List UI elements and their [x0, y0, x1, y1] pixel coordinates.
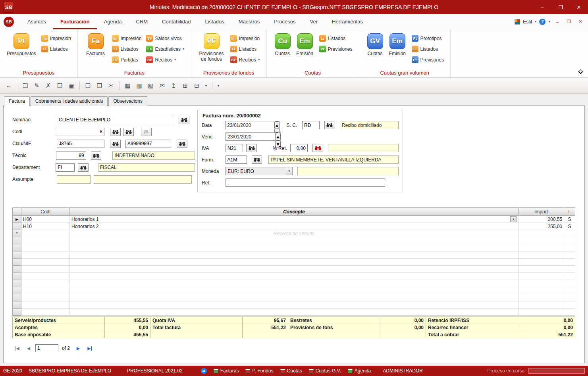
- facturas-listados-button[interactable]: Li Listados: [112, 46, 142, 52]
- menu-tab-listados[interactable]: Listados: [198, 14, 231, 29]
- facturas-impresion-button[interactable]: Im Impresión: [112, 35, 142, 42]
- gv-cuotas-button[interactable]: GV Cuotas: [364, 33, 386, 57]
- tecnic-input[interactable]: [56, 152, 86, 160]
- data-datefield[interactable]: 23/01/2020 ▴ ▾: [225, 121, 280, 129]
- presupuestos-listados-button[interactable]: Li Listados: [41, 46, 71, 52]
- provisiones-button[interactable]: PF Provisiones de fondos: [196, 33, 227, 62]
- iva-lookup-button[interactable]: [246, 144, 257, 152]
- cuotas-emision-button[interactable]: Em Emisión: [294, 33, 316, 57]
- cell-concepte[interactable]: Honorarios 1 ▾: [70, 216, 519, 223]
- cuotas-previsiones-button[interactable]: Pr Previsiones: [319, 46, 353, 52]
- departament-lookup-button[interactable]: [78, 163, 88, 172]
- minimize-button[interactable]: –: [533, 0, 551, 14]
- app-menu-logo[interactable]: SB: [4, 17, 14, 27]
- nom-input[interactable]: [57, 116, 173, 124]
- clau-lookup-button[interactable]: [110, 140, 121, 148]
- nif-lookup-button[interactable]: [177, 140, 187, 148]
- provisiones-impresion-button[interactable]: Im Impresión: [230, 35, 260, 42]
- cell-i[interactable]: S: [564, 223, 575, 230]
- first-record-button[interactable]: ◀: [12, 344, 22, 352]
- cell-concepte[interactable]: Recerca de vendes: [70, 230, 519, 237]
- window-grid-button[interactable]: ⊞: [180, 80, 191, 91]
- gv-listados-button[interactable]: Li Listados: [412, 46, 444, 52]
- open-button[interactable]: ❐: [54, 80, 65, 91]
- prototipos-button[interactable]: Pt Prototipos: [412, 35, 444, 42]
- cuotas-button[interactable]: Cu Cuotas: [272, 33, 294, 57]
- column-header-import[interactable]: Import: [519, 208, 564, 216]
- menu-tab-herramientas[interactable]: Herramientas: [325, 14, 370, 29]
- tab-cobraments[interactable]: Cobraments i dades addicionals: [31, 96, 108, 106]
- menu-tab-maestros[interactable]: Maestros: [231, 14, 267, 29]
- codi-lookup-button[interactable]: [110, 128, 121, 136]
- mdi-close-button[interactable]: ✕: [576, 17, 585, 26]
- column-header-i[interactable]: I.: [564, 208, 575, 216]
- window-new-button[interactable]: ⊟: [191, 80, 202, 91]
- facturas-partidas-button[interactable]: Pa Partidas: [112, 56, 142, 63]
- mdi-restore-button[interactable]: ❐: [565, 17, 573, 26]
- sc-input[interactable]: [302, 121, 320, 129]
- recibos-button[interactable]: Re Recibos ▾: [146, 56, 184, 63]
- saldos-vivos-button[interactable]: SV Saldos vivos: [146, 35, 184, 42]
- status-module-p-fondos[interactable]: P. Fondos: [245, 368, 273, 374]
- concepte-dropdown-button[interactable]: ▾: [510, 216, 517, 222]
- cell-import[interactable]: 200,55: [519, 216, 564, 223]
- tab-observacions[interactable]: Observacions: [108, 96, 147, 106]
- view-caret-button[interactable]: ▾: [203, 80, 209, 91]
- help-caret-icon[interactable]: ▾: [548, 20, 550, 23]
- menu-tab-contabilidad[interactable]: Contabilidad: [155, 14, 198, 29]
- form-input[interactable]: [226, 155, 247, 164]
- column-header-codi[interactable]: Codi: [21, 208, 70, 216]
- menu-tab-facturacion[interactable]: Facturación: [53, 14, 97, 29]
- codi-input[interactable]: [57, 128, 104, 136]
- gv-previsones-button[interactable]: Pr Previsones: [412, 56, 444, 63]
- nif-input[interactable]: [125, 140, 171, 148]
- nom-lookup-button[interactable]: [179, 116, 189, 124]
- sc-lookup-button[interactable]: [324, 121, 335, 129]
- toolbar-overflow-button[interactable]: ▾: [215, 80, 222, 91]
- presupuestos-button[interactable]: Pt Presupuestos: [5, 33, 38, 57]
- print-export-button[interactable]: ▥: [134, 80, 145, 91]
- cell-i[interactable]: S: [564, 216, 575, 223]
- last-record-button[interactable]: ▶: [85, 344, 94, 352]
- spinner-up-icon[interactable]: ▴: [275, 133, 281, 140]
- cell-import[interactable]: 255,00: [519, 223, 564, 230]
- close-button[interactable]: ✕: [570, 0, 588, 14]
- edit-button[interactable]: ✎: [31, 80, 42, 91]
- ribbon-collapse-chevron-icon[interactable]: [578, 69, 583, 74]
- provisiones-listados-button[interactable]: Li Listados: [230, 46, 260, 52]
- new-record-button[interactable]: ❏: [20, 80, 31, 91]
- status-module-cuotas-gv[interactable]: Cuotas G.V.: [309, 368, 341, 374]
- save-button[interactable]: ▣: [66, 80, 77, 91]
- mdi-minimize-button[interactable]: –: [553, 17, 562, 26]
- gv-emision-button[interactable]: Em Emisión: [386, 33, 409, 57]
- ret-lookup-button[interactable]: [312, 144, 323, 152]
- spinner-up-icon[interactable]: ▴: [274, 121, 280, 129]
- ref-input[interactable]: [226, 178, 385, 187]
- presupuestos-impresion-button[interactable]: Im Impresión: [41, 35, 71, 42]
- estil-caret-icon[interactable]: ▾: [535, 20, 537, 23]
- provisiones-recibos-button[interactable]: Re Recibos ▾: [230, 56, 260, 63]
- previous-record-button[interactable]: ◀: [24, 344, 33, 352]
- form-lookup-button[interactable]: [252, 155, 262, 164]
- estil-label[interactable]: Estil: [523, 19, 532, 25]
- copy-button[interactable]: ❑: [83, 80, 93, 91]
- delete-button[interactable]: ✗: [43, 80, 54, 91]
- tecnic-lookup-button[interactable]: [91, 152, 101, 160]
- column-header-concepte[interactable]: Concepte: [70, 208, 519, 216]
- codi-lookup2-button[interactable]: [123, 128, 134, 136]
- cell-codi[interactable]: [21, 230, 70, 237]
- clau-input[interactable]: [57, 140, 104, 148]
- back-button[interactable]: ←: [3, 80, 14, 91]
- departament-input[interactable]: [56, 163, 75, 172]
- ret-input[interactable]: [290, 144, 308, 152]
- status-module-cuotas[interactable]: Cuotas: [280, 368, 302, 374]
- paste-button[interactable]: ❒: [94, 80, 105, 91]
- teamviewer-icon[interactable]: ⇄: [201, 368, 207, 374]
- cuotas-listados-button[interactable]: Li Listados: [319, 35, 353, 42]
- tab-factura[interactable]: Factura: [4, 96, 30, 106]
- help-icon[interactable]: ?: [539, 19, 546, 25]
- client-card-button[interactable]: ▤: [141, 128, 152, 136]
- iva-input[interactable]: [226, 144, 243, 152]
- new-row[interactable]: * Recerca de vendes: [13, 230, 575, 237]
- menu-tab-agenda[interactable]: Agenda: [97, 14, 129, 29]
